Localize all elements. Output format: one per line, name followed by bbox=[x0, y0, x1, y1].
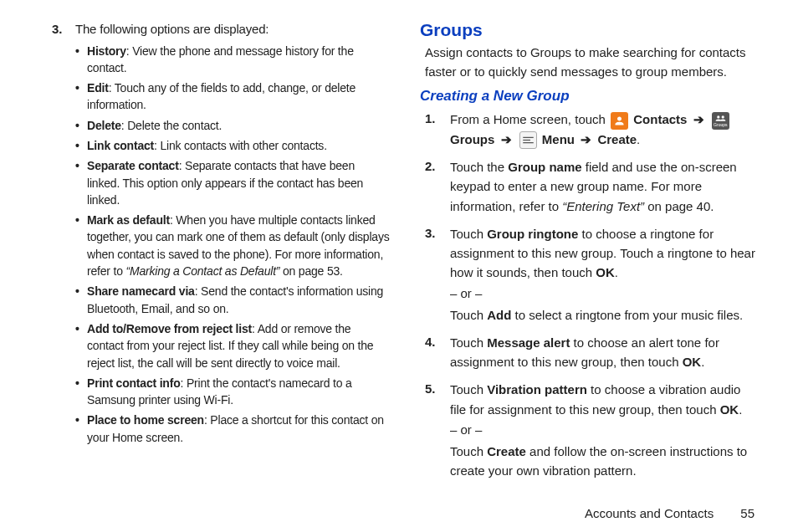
option-text: Print contact info: Print the contact's … bbox=[87, 375, 390, 409]
right-column: Groups Assign contacts to Groups to make… bbox=[420, 20, 758, 480]
left-column: 3. The following options are displayed: … bbox=[52, 20, 390, 480]
step-text: The following options are displayed: bbox=[75, 20, 390, 39]
bullet-dot: • bbox=[75, 320, 87, 371]
step-4: 4. Touch Message alert to choose an aler… bbox=[425, 333, 758, 372]
step-5-alt: Touch Create and follow the on-screen in… bbox=[450, 442, 758, 481]
option-text: Edit: Touch any of the fields to add, ch… bbox=[87, 79, 390, 114]
option-text: Mark as default: When you have multiple … bbox=[87, 212, 390, 279]
step-text: Touch Vibration pattern to choose a vibr… bbox=[450, 380, 758, 419]
step-number: 4. bbox=[425, 333, 450, 372]
option-link-contact: • Link contact: Link contacts with other… bbox=[75, 137, 390, 154]
step-text: Touch Message alert to choose an alert t… bbox=[450, 333, 758, 372]
page-footer: Accounts and Contacts 55 bbox=[585, 506, 755, 520]
steps-list: 1. From a Home screen, touch Contacts ➔ … bbox=[425, 110, 758, 480]
svg-rect-3 bbox=[523, 140, 530, 141]
step-number: 2. bbox=[425, 157, 450, 216]
option-text: Link contact: Link contacts with other c… bbox=[87, 137, 390, 154]
or-separator: – or – bbox=[450, 286, 758, 300]
option-text: Share namecard via: Send the contact's i… bbox=[87, 283, 390, 317]
option-text: Place to home screen: Place a shortcut f… bbox=[87, 412, 390, 446]
arrow-icon: ➔ bbox=[501, 132, 512, 146]
arrow-icon: ➔ bbox=[693, 112, 704, 126]
step-number: 3. bbox=[425, 224, 450, 283]
or-separator: – or – bbox=[450, 422, 758, 437]
bullet-dot: • bbox=[75, 375, 87, 409]
groups-description: Assign contacts to Groups to make search… bbox=[425, 43, 758, 81]
option-history: • History: View the phone and message hi… bbox=[75, 43, 390, 77]
bullet-dot: • bbox=[75, 117, 87, 134]
step-3-alt: Touch Add to select a ringtone from your… bbox=[450, 305, 758, 325]
menu-icon bbox=[519, 131, 537, 149]
bullet-dot: • bbox=[75, 137, 87, 154]
step-3-intro: 3. The following options are displayed: bbox=[52, 20, 390, 39]
option-text: Delete: Delete the contact. bbox=[87, 117, 390, 134]
step-5: 5. Touch Vibration pattern to choose a v… bbox=[425, 380, 758, 419]
footer-page-number: 55 bbox=[740, 506, 755, 520]
option-text: Add to/Remove from reject list: Add or r… bbox=[87, 320, 390, 371]
contacts-icon bbox=[611, 112, 628, 130]
arrow-icon: ➔ bbox=[581, 132, 591, 146]
step-1: 1. From a Home screen, touch Contacts ➔ … bbox=[425, 110, 758, 149]
step-text: Touch the Group name field and use the o… bbox=[450, 157, 758, 216]
creating-group-heading: Creating a New Group bbox=[420, 88, 758, 105]
option-separate-contact: • Separate contact: Separate contacts th… bbox=[75, 157, 390, 208]
options-list: • History: View the phone and message hi… bbox=[75, 43, 390, 447]
svg-rect-4 bbox=[523, 142, 534, 143]
svg-point-1 bbox=[721, 115, 724, 118]
option-print-contact: • Print contact info: Print the contact'… bbox=[75, 375, 390, 409]
step-3: 3. Touch Group ringtone to choose a ring… bbox=[425, 224, 758, 283]
svg-rect-2 bbox=[523, 137, 534, 138]
option-share-namecard: • Share namecard via: Send the contact's… bbox=[75, 283, 390, 317]
option-mark-default: • Mark as default: When you have multipl… bbox=[75, 212, 390, 279]
step-text: From a Home screen, touch Contacts ➔ Gro… bbox=[450, 110, 758, 149]
bullet-dot: • bbox=[75, 157, 87, 208]
option-edit: • Edit: Touch any of the fields to add, … bbox=[75, 79, 390, 114]
bullet-dot: • bbox=[75, 283, 87, 317]
groups-icon: Groups bbox=[712, 112, 729, 130]
step-number: 5. bbox=[425, 380, 450, 419]
option-reject-list: • Add to/Remove from reject list: Add or… bbox=[75, 320, 390, 371]
option-delete: • Delete: Delete the contact. bbox=[75, 117, 390, 134]
step-number: 3. bbox=[52, 20, 75, 39]
footer-section: Accounts and Contacts bbox=[585, 506, 714, 520]
option-text: History: View the phone and message hist… bbox=[87, 43, 390, 77]
step-2: 2. Touch the Group name field and use th… bbox=[425, 157, 758, 216]
step-number: 1. bbox=[425, 110, 450, 149]
bullet-dot: • bbox=[75, 212, 87, 279]
svg-point-0 bbox=[717, 115, 719, 118]
option-home-screen: • Place to home screen: Place a shortcut… bbox=[75, 412, 390, 446]
page-columns: 3. The following options are displayed: … bbox=[52, 20, 758, 480]
bullet-dot: • bbox=[75, 79, 87, 114]
step-text: Touch Group ringtone to choose a rington… bbox=[450, 224, 758, 283]
groups-heading: Groups bbox=[420, 20, 758, 40]
option-text: Separate contact: Separate contacts that… bbox=[87, 157, 390, 208]
bullet-dot: • bbox=[75, 43, 87, 77]
bullet-dot: • bbox=[75, 412, 87, 446]
